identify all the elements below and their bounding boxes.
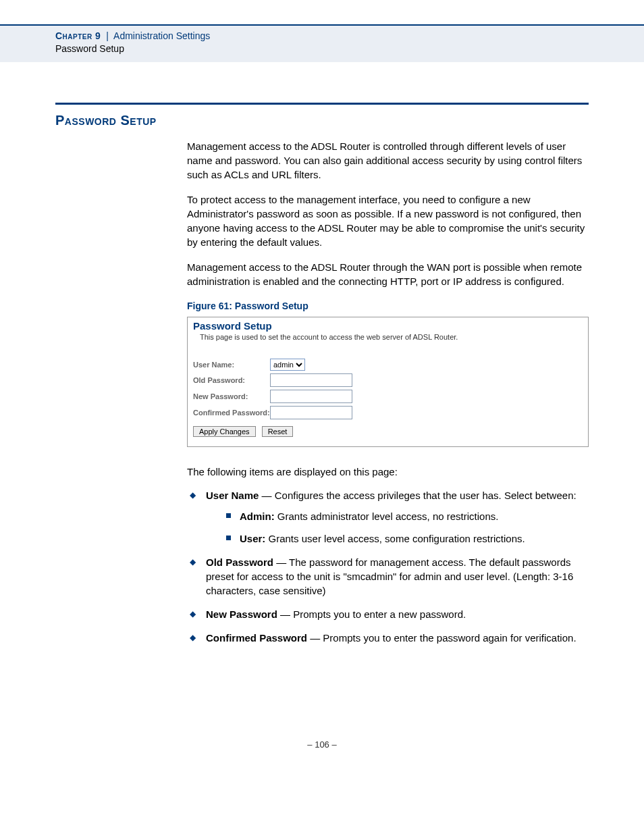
figure-panel: Password Setup This page is used to set … <box>187 317 589 447</box>
section-rule <box>55 103 589 105</box>
form-row-confirmedpassword: Confirmed Password: <box>193 406 583 419</box>
label-newpassword: New Password: <box>193 392 270 400</box>
item-confirmedpassword-text: — Prompts you to enter the password agai… <box>307 632 576 644</box>
page-header: Chapter 9 | Administration Settings Pass… <box>0 24 644 62</box>
label-confirmedpassword: Confirmed Password: <box>193 409 270 417</box>
item-oldpassword: Old Password — The password for manageme… <box>187 555 589 598</box>
content-area: Password Setup Management access to the … <box>55 103 589 645</box>
paragraph-1: Management access to the ADSL Router is … <box>187 139 589 182</box>
figure-description: This page is used to set the account to … <box>200 333 583 341</box>
item-confirmedpassword: Confirmed Password — Prompts you to ente… <box>187 631 589 645</box>
header-subsection: Password Setup <box>55 43 124 54</box>
label-oldpassword: Old Password: <box>193 376 270 384</box>
subitem-admin-text: Grants administrator level access, no re… <box>275 511 499 522</box>
page-number: – 106 – <box>0 739 644 750</box>
input-confirmedpassword[interactable] <box>270 406 352 419</box>
item-username-label: User Name <box>206 490 259 501</box>
top-margin <box>0 0 644 24</box>
subitem-admin-label: Admin: <box>240 511 275 522</box>
item-oldpassword-label: Old Password <box>206 556 273 568</box>
item-newpassword-label: New Password <box>206 608 277 620</box>
label-username: User Name: <box>193 361 270 369</box>
username-sublist: Admin: Grants administrator level access… <box>225 509 589 546</box>
figure-caption: Figure 61: Password Setup <box>187 301 589 311</box>
form-row-newpassword: New Password: <box>193 390 583 403</box>
paragraph-3: Management access to the ADSL Router thr… <box>187 260 589 288</box>
item-username-text: — Configures the access privileges that … <box>259 490 576 501</box>
header-section: Administration Settings <box>113 30 210 41</box>
header-divider: | <box>103 30 111 41</box>
item-newpassword: New Password — Prompts you to enter a ne… <box>187 607 589 621</box>
select-username[interactable]: admin <box>270 359 305 371</box>
form-row-username: User Name: admin <box>193 359 583 371</box>
subitem-user-text: Grants user level access, some configura… <box>265 533 525 544</box>
subitem-user-label: User: <box>240 533 265 544</box>
reset-button[interactable]: Reset <box>262 426 294 437</box>
subitem-user: User: Grants user level access, some con… <box>225 531 589 546</box>
item-newpassword-text: — Prompts you to enter a new password. <box>277 608 466 620</box>
form-row-oldpassword: Old Password: <box>193 373 583 387</box>
figure-title: Password Setup <box>193 320 583 332</box>
subitem-admin: Admin: Grants administrator level access… <box>225 509 589 523</box>
section-title: Password Setup <box>55 113 589 128</box>
apply-changes-button[interactable]: Apply Changes <box>193 426 256 437</box>
item-list: User Name — Configures the access privil… <box>187 488 589 645</box>
button-row: Apply Changes Reset <box>193 426 583 437</box>
item-username: User Name — Configures the access privil… <box>187 488 589 546</box>
paragraph-2: To protect access to the management inte… <box>187 192 589 249</box>
items-intro: The following items are displayed on thi… <box>187 466 589 477</box>
input-oldpassword[interactable] <box>270 373 352 387</box>
input-newpassword[interactable] <box>270 390 352 403</box>
chapter-label: Chapter 9 <box>55 30 101 41</box>
item-confirmedpassword-label: Confirmed Password <box>206 632 307 644</box>
